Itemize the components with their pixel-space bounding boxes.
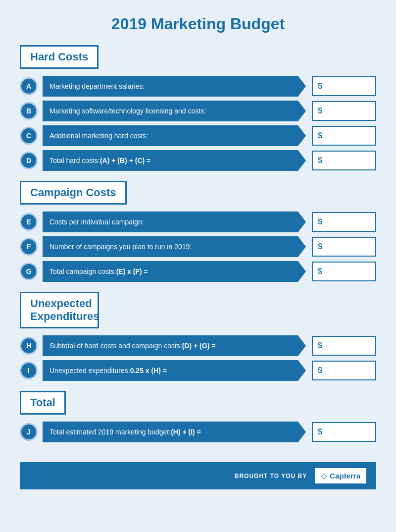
row-label-c: Additional marketing hard costs: [43, 125, 306, 146]
letter-badge-c: C [20, 127, 38, 145]
row-label-g: Total campaign costs: (E) x (F) = [43, 261, 306, 282]
section-title-unexpected: Unexpected Expenditures [30, 297, 89, 323]
dollar-box-j[interactable]: $ [312, 422, 376, 442]
section-header-unexpected: Unexpected Expenditures [20, 292, 99, 328]
row-label-i: Unexpected expenditures: 0.25 x (H) = [43, 360, 306, 381]
row-j: JTotal estimated 2019 marketing budget: … [20, 422, 376, 442]
letter-badge-g: G [20, 263, 38, 280]
dollar-box-h[interactable]: $ [312, 336, 376, 356]
letter-badge-i: I [20, 362, 38, 379]
row-e: ECosts per individual campaign:$ [20, 212, 376, 232]
footer: BROUGHT TO YOU BY ◇ Capterra [20, 462, 376, 489]
letter-badge-d: D [20, 152, 38, 169]
dollar-box-a[interactable]: $ [312, 76, 376, 96]
dollar-box-b[interactable]: $ [312, 101, 376, 121]
row-d: DTotal hard costs: (A) + (B) + (C) =$ [20, 150, 376, 171]
row-f: FNumber of campaigns you plan to run in … [20, 236, 376, 257]
dollar-box-e[interactable]: $ [312, 212, 376, 232]
row-h: HSubtotal of hard costs and campaign cos… [20, 335, 376, 356]
capterra-logo: ◇ Capterra [315, 468, 366, 483]
row-i: IUnexpected expenditures: 0.25 x (H) =$ [20, 360, 376, 381]
letter-badge-a: A [20, 77, 38, 95]
row-label-a: Marketing department salaries: [43, 76, 306, 97]
section-header-total: Total [20, 391, 66, 415]
capterra-name: Capterra [330, 472, 360, 480]
section-title-campaign-costs: Campaign Costs [30, 186, 116, 199]
dollar-box-f[interactable]: $ [312, 237, 376, 257]
row-b: BMarketing software/technology licensing… [20, 101, 376, 121]
section-unexpected: Unexpected ExpendituresHSubtotal of hard… [20, 292, 376, 381]
letter-badge-h: H [20, 337, 38, 355]
row-label-b: Marketing software/technology licensing … [43, 101, 306, 121]
letter-badge-f: F [20, 238, 38, 256]
row-label-j: Total estimated 2019 marketing budget: (… [43, 422, 306, 442]
page-title: 2019 Marketing Budget [111, 15, 285, 33]
row-label-d: Total hard costs: (A) + (B) + (C) = [43, 150, 306, 171]
capterra-icon: ◇ [321, 471, 327, 480]
row-c: CAdditional marketing hard costs:$ [20, 125, 376, 146]
letter-badge-e: E [20, 213, 38, 231]
dollar-box-i[interactable]: $ [312, 361, 376, 380]
row-g: GTotal campaign costs: (E) x (F) =$ [20, 261, 376, 282]
dollar-box-d[interactable]: $ [312, 151, 376, 170]
row-label-f: Number of campaigns you plan to run in 2… [43, 236, 306, 257]
row-a: AMarketing department salaries:$ [20, 76, 376, 97]
section-header-campaign-costs: Campaign Costs [20, 181, 127, 205]
section-title-total: Total [30, 396, 55, 409]
section-total: TotalJTotal estimated 2019 marketing bud… [20, 391, 376, 442]
section-title-hard-costs: Hard Costs [30, 51, 88, 63]
dollar-box-g[interactable]: $ [312, 262, 376, 281]
row-label-h: Subtotal of hard costs and campaign cost… [43, 335, 306, 356]
section-hard-costs: Hard CostsAMarketing department salaries… [20, 45, 376, 171]
footer-brought-by: BROUGHT TO YOU BY [235, 473, 307, 479]
row-label-e: Costs per individual campaign: [43, 212, 306, 232]
section-campaign-costs: Campaign CostsECosts per individual camp… [20, 181, 376, 282]
section-header-hard-costs: Hard Costs [20, 45, 99, 69]
letter-badge-j: J [20, 423, 38, 441]
letter-badge-b: B [20, 102, 38, 120]
dollar-box-c[interactable]: $ [312, 126, 376, 146]
